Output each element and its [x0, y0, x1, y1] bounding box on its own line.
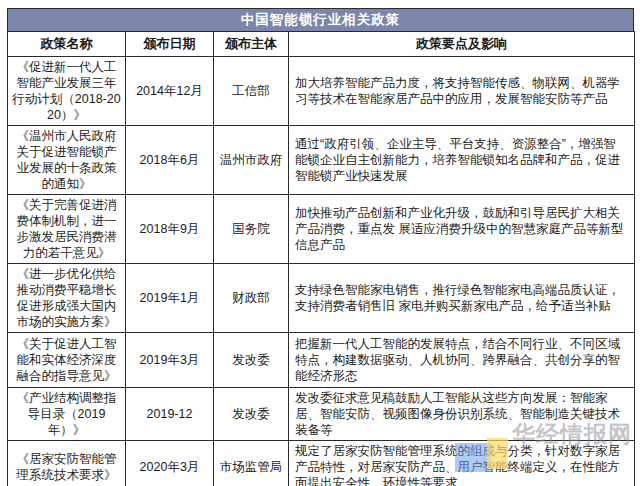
policy-name: 《产业结构调整指导目录（2019年）》	[8, 388, 126, 441]
policy-table: 政策名称 颁布日期 颁布主体 政策要点及影响 《促进新一代人工智能产业发展三年行…	[7, 31, 635, 486]
policy-name: 《进一步优化供给推动消费平稳增长促进形成强大国内市场的实施方案》	[8, 264, 126, 333]
table-row: 《产业结构调整指导目录（2019年）》 2019-12 发改委 发改委征求意见稿…	[8, 388, 635, 441]
policy-points: 发改委征求意见稿鼓励人工智能从这些方向发展：智能家居、智能安防、视频图像身份识别…	[289, 388, 635, 441]
issuer: 发改委	[214, 333, 289, 388]
issuer: 市场监管局	[214, 441, 289, 486]
col-header-policy-points: 政策要点及影响	[289, 32, 635, 57]
policy-points: 把握新一代人工智能的发展特点，结合不同行业、不同区域特点，构建数据驱动、人机协同…	[289, 333, 635, 388]
policy-name: 《温州市人民政府关于促进智能锁产业发展的十条政策的通知》	[8, 126, 126, 195]
table-row: 《促进新一代人工智能产业发展三年行动计划（2018-2020）》 2014年12…	[8, 57, 635, 126]
table-row: 《进一步优化供给推动消费平稳增长促进形成强大国内市场的实施方案》 2019年1月…	[8, 264, 635, 333]
issue-date: 2020年3月	[126, 441, 214, 486]
table-row: 《温州市人民政府关于促进智能锁产业发展的十条政策的通知》 2018年6月 温州市…	[8, 126, 635, 195]
header-row: 政策名称 颁布日期 颁布主体 政策要点及影响	[8, 32, 635, 57]
issue-date: 2019-12	[126, 388, 214, 441]
issue-date: 2018年9月	[126, 195, 214, 264]
policy-name: 《居家安防智能管理系统技术要求》	[8, 441, 126, 486]
issue-date: 2019年3月	[126, 333, 214, 388]
policy-points: 规定了居家安防智能管理系统的组成与分类，针对数字家居产品特性，对居家安防产品、用…	[289, 441, 635, 486]
issuer: 国务院	[214, 195, 289, 264]
policy-name: 《促进新一代人工智能产业发展三年行动计划（2018-2020）》	[8, 57, 126, 126]
policy-points: 加大培养智能产品力度，将支持智能传感、物联网、机器学习等技术在智能家居产品中的应…	[289, 57, 635, 126]
issuer: 发改委	[214, 388, 289, 441]
issuer: 财政部	[214, 264, 289, 333]
policy-points: 通过“政府引领、企业主导、平台支持、资源整合”，增强智能锁企业自主创新能力，培养…	[289, 126, 635, 195]
policy-name: 《关于促进人工智能和实体经济深度融合的指导意见》	[8, 333, 126, 388]
issuer: 工信部	[214, 57, 289, 126]
table-row: 《居家安防智能管理系统技术要求》 2020年3月 市场监管局 规定了居家安防智能…	[8, 441, 635, 486]
table-row: 《关于促进人工智能和实体经济深度融合的指导意见》 2019年3月 发改委 把握新…	[8, 333, 635, 388]
issue-date: 2019年1月	[126, 264, 214, 333]
table-title: 中国智能锁行业相关政策	[7, 8, 634, 31]
issue-date: 2014年12月	[126, 57, 214, 126]
col-header-issue-date: 颁布日期	[126, 32, 214, 57]
table-row: 《关于完善促进消费体制机制，进一步激发居民消费潜力的若干意见》 2018年9月 …	[8, 195, 635, 264]
col-header-issuer: 颁布主体	[214, 32, 289, 57]
col-header-policy-name: 政策名称	[8, 32, 126, 57]
issue-date: 2018年6月	[126, 126, 214, 195]
policy-table-container: 中国智能锁行业相关政策 政策名称 颁布日期 颁布主体 政策要点及影响 《促进新一…	[7, 8, 634, 486]
issuer: 温州市政府	[214, 126, 289, 195]
policy-name: 《关于完善促进消费体制机制，进一步激发居民消费潜力的若干意见》	[8, 195, 126, 264]
policy-points: 支持绿色智能家电销售，推行绿色智能家电高端品质认证，支持消费者销售旧 家电并购买…	[289, 264, 635, 333]
policy-points: 加快推动产品创新和产业化升级，鼓励和引导居民扩大相关产品消费，重点发 展适应消费…	[289, 195, 635, 264]
